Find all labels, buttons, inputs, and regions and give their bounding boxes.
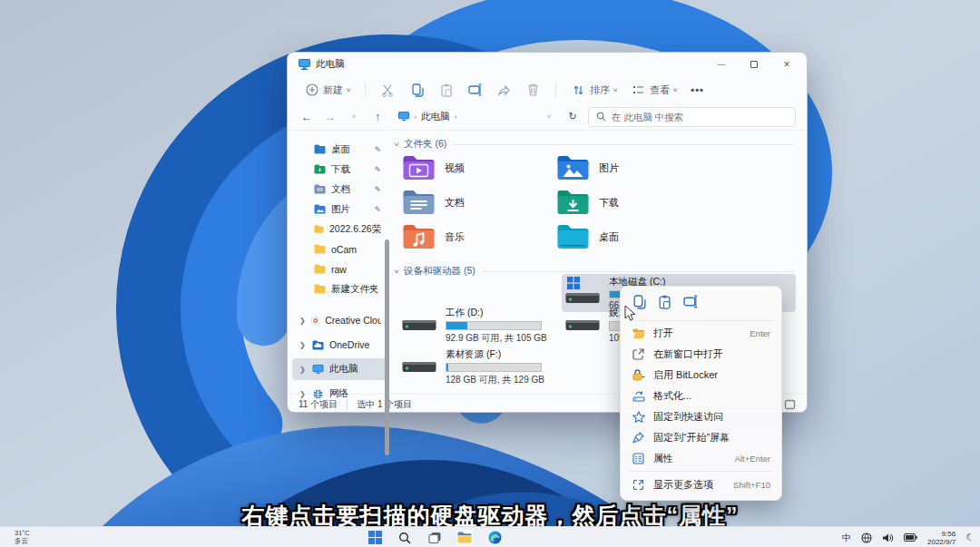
large-icons-view-button[interactable] <box>784 399 796 410</box>
address-dropdown-icon[interactable]: ˅ <box>541 112 557 121</box>
chevron-right-icon[interactable]: ❯ <box>299 341 307 349</box>
menu-item-properties[interactable]: 属性 Alt+Enter <box>625 448 777 469</box>
breadcrumb-root[interactable]: 此电脑 <box>421 111 450 123</box>
menu-item-format[interactable]: 格式化... <box>625 386 777 406</box>
forward-button[interactable]: → <box>322 111 338 123</box>
weather-widget[interactable]: 31°C 多云 <box>15 529 30 545</box>
sidebar-item-creative-cloud[interactable]: ❯ Creative Cloud F <box>292 309 387 331</box>
folder-tile-pictures[interactable]: 图片 <box>556 152 706 183</box>
folder-icon <box>314 224 324 234</box>
drive-tile-d[interactable]: 工作 (D:) 92.9 GB 可用, 共 105 GB <box>398 305 558 347</box>
ime-indicator[interactable]: 中 <box>842 532 851 544</box>
up-button[interactable]: ↑ <box>369 111 386 123</box>
sidebar-item-pictures[interactable]: 图片 ✎ <box>292 200 387 219</box>
folders-section-header[interactable]: ˅ 文件夹 (6) <box>395 138 794 151</box>
menu-item-pin-to-start[interactable]: 固定到“开始”屏幕 <box>625 427 777 448</box>
history-chevron-icon[interactable]: ˅ <box>346 112 362 121</box>
edge-icon <box>488 531 502 544</box>
sidebar-item-onedrive[interactable]: ❯ OneDrive <box>292 334 387 356</box>
windows-logo-icon <box>567 277 580 289</box>
network-icon <box>312 389 324 399</box>
cut-icon <box>380 83 396 98</box>
view-icon <box>631 83 646 98</box>
sidebar-item-documents[interactable]: 文档 ✎ <box>292 180 387 199</box>
chevron-right-icon[interactable]: ❯ <box>299 317 306 325</box>
new-button[interactable]: 新建 ˅ <box>300 80 354 101</box>
rename-button[interactable] <box>464 80 486 101</box>
chevron-down-icon: ˅ <box>394 269 399 275</box>
copy-icon <box>409 83 425 98</box>
sidebar-item-network[interactable]: ❯ 网络 <box>292 383 387 405</box>
clock[interactable]: 9:56 2022/9/7 <box>927 530 956 546</box>
menu-item-pin-quick-access[interactable]: 固定到快速访问 <box>625 406 777 427</box>
copy-button[interactable] <box>406 80 428 101</box>
folder-tile-music[interactable]: 音乐 <box>402 221 552 252</box>
paste-button[interactable] <box>435 80 457 101</box>
folder-icon <box>314 284 326 294</box>
delete-button[interactable] <box>522 80 544 101</box>
search-input[interactable] <box>612 112 788 122</box>
refresh-button[interactable]: ↻ <box>564 111 581 122</box>
creative-cloud-icon <box>311 316 319 326</box>
minimize-button[interactable]: — <box>705 54 738 75</box>
menu-item-open-new-window[interactable]: 在新窗口中打开 <box>625 344 777 365</box>
search-box[interactable] <box>588 107 796 127</box>
menu-item-show-more-options[interactable]: 显示更多选项 Shift+F10 <box>625 474 777 495</box>
task-view-button[interactable] <box>426 529 444 546</box>
weather-temp: 31°C <box>15 529 30 537</box>
view-button[interactable]: 查看 ˅ <box>627 80 681 101</box>
cut-button[interactable] <box>377 80 399 101</box>
chevron-down-icon: ˅ <box>612 87 618 93</box>
back-button[interactable]: ← <box>299 111 315 123</box>
pin-icon: ✎ <box>374 185 381 194</box>
context-menu: 打开 Enter 在新窗口中打开 启用 BitLocker 格式化... 固定到… <box>620 286 782 501</box>
edge-browser-button[interactable] <box>485 529 504 546</box>
share-button[interactable] <box>493 80 515 101</box>
close-button[interactable]: ✕ <box>770 54 803 75</box>
volume-icon[interactable] <box>882 532 894 543</box>
sidebar-item-desktop[interactable]: 桌面 ✎ <box>292 140 387 159</box>
plus-circle-icon <box>304 83 319 98</box>
drive-tile-f[interactable]: 素材资源 (F:) 128 GB 可用, 共 129 GB <box>398 347 558 388</box>
sidebar-item-downloads[interactable]: 下载 ✎ <box>292 160 387 179</box>
folder-open-icon <box>632 327 645 340</box>
see-more-button[interactable]: ••• <box>687 82 708 98</box>
paste-icon <box>438 83 454 98</box>
file-explorer-button[interactable] <box>456 529 474 546</box>
window-titlebar[interactable]: 此电脑 — ✕ <box>288 53 807 76</box>
folder-tile-downloads[interactable]: 下载 <box>556 187 706 218</box>
sidebar-item-folder[interactable]: oCam <box>292 239 387 259</box>
start-button[interactable] <box>366 529 384 546</box>
menu-item-enable-bitlocker[interactable]: 启用 BitLocker <box>625 365 777 386</box>
folder-icon <box>314 264 326 274</box>
network-icon[interactable] <box>861 532 872 543</box>
focus-assist-moon-icon[interactable]: ☾ <box>965 532 975 543</box>
sidebar-scrollbar[interactable] <box>385 239 389 455</box>
open-new-window-icon <box>632 347 645 361</box>
chevron-right-icon[interactable]: ❯ <box>299 366 307 374</box>
command-bar: 新建 ˅ 排序 ˅ 查看 ˅ <box>288 76 807 103</box>
sidebar-item-folder[interactable]: 2022.6.26荣誉 <box>292 220 387 239</box>
rename-button[interactable] <box>683 295 699 313</box>
chevron-right-icon[interactable]: ❯ <box>299 390 307 398</box>
paste-button[interactable] <box>658 295 671 313</box>
sort-button[interactable]: 排序 ˅ <box>567 80 621 101</box>
menu-item-open[interactable]: 打开 Enter <box>625 323 777 344</box>
folder-tile-documents[interactable]: 文档 <box>402 187 552 218</box>
weather-desc: 多云 <box>15 537 30 545</box>
more-options-icon <box>632 478 645 492</box>
toolbar-divider <box>555 83 556 97</box>
battery-icon[interactable] <box>904 533 917 542</box>
this-pc-window-icon <box>299 59 310 70</box>
search-button[interactable] <box>396 529 414 546</box>
search-icon <box>596 112 606 122</box>
breadcrumb[interactable]: › 此电脑 › <box>393 107 534 127</box>
folder-tile-desktop[interactable]: 桌面 <box>556 221 706 252</box>
sidebar-item-this-pc[interactable]: ❯ 此电脑 <box>292 358 387 380</box>
folder-tile-videos[interactable]: 视频 <box>402 152 552 183</box>
sidebar-item-folder[interactable]: 新建文件夹 <box>292 279 387 298</box>
sort-button-label: 排序 <box>590 83 610 97</box>
maximize-button[interactable] <box>738 54 770 75</box>
this-pc-icon <box>398 112 409 122</box>
sidebar-item-folder[interactable]: raw <box>292 259 387 278</box>
